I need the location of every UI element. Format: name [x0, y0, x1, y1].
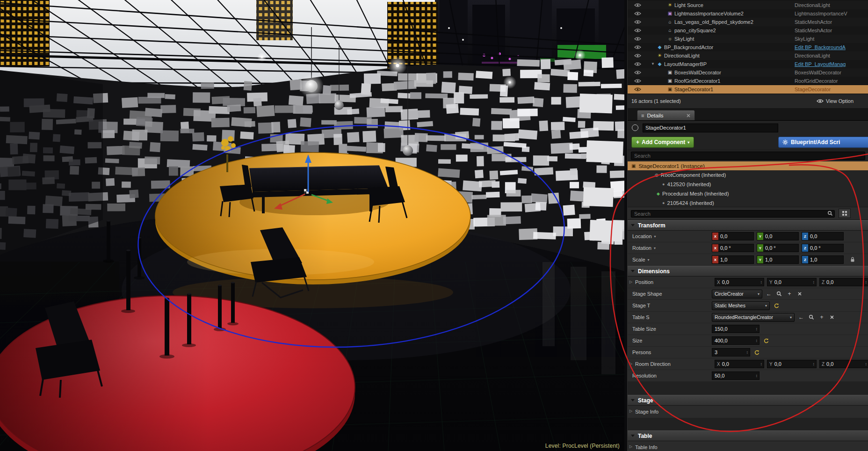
visibility-eye-icon[interactable] [634, 87, 641, 92]
actor-name-input[interactable] [643, 124, 778, 132]
visibility-eye-icon[interactable] [634, 70, 641, 75]
location-z-field[interactable]: Z0,0 [802, 232, 844, 240]
category-transform[interactable]: Transform [628, 220, 868, 231]
position-y-field[interactable]: Y0,0↕ [767, 278, 817, 286]
add-component-button[interactable]: + Add Component ▾ [631, 137, 694, 148]
add-icon[interactable]: + [786, 290, 793, 298]
position-z-field[interactable]: Z0,0↕ [819, 278, 868, 286]
visibility-eye-icon[interactable] [634, 28, 641, 33]
spinner-icon[interactable]: ↕ [756, 373, 758, 378]
expander-icon[interactable]: ▷ [629, 280, 632, 284]
outliner-row-bp-background[interactable]: ◆ BP_BackgroundActor Edit BP_BackgroundA [628, 43, 868, 51]
dropdown-caret-icon[interactable]: ▾ [654, 234, 656, 239]
expand-arrow-icon[interactable]: ▼ [651, 62, 655, 66]
size-field[interactable]: 400,0↕ [712, 336, 760, 345]
clear-button[interactable] [796, 290, 803, 298]
property-row-table-info[interactable]: ▷ Table Info [628, 441, 868, 451]
close-icon[interactable] [686, 113, 691, 118]
scale-x-field[interactable]: X1,0 [712, 255, 754, 264]
outliner-row-lightmass-volume[interactable]: ▣ LightmassImportanceVolume2 LightmassIm… [628, 9, 868, 18]
spinner-icon[interactable]: ↕ [756, 327, 758, 331]
visibility-eye-icon[interactable] [634, 45, 641, 50]
visibility-eye-icon[interactable] [634, 53, 641, 58]
room-direction-z-field[interactable]: Z0,0↕ [819, 360, 868, 368]
visibility-eye-icon[interactable] [634, 20, 641, 24]
reset-to-default-button[interactable] [762, 337, 770, 344]
dropdown-caret-icon[interactable]: ▾ [654, 246, 656, 250]
outliner-row-skylight[interactable]: ☼ SkyLight SkyLight [628, 35, 868, 43]
use-selected-icon[interactable]: ← [765, 290, 773, 298]
spinner-icon[interactable]: ↕ [813, 362, 815, 366]
browse-button[interactable] [775, 290, 783, 298]
rotation-y-field[interactable]: Y0,0 ° [757, 244, 799, 252]
persons-field[interactable]: 3↕ [712, 348, 750, 356]
location-x-field[interactable]: X0,0 [712, 232, 754, 240]
property-view-mode-button[interactable] [839, 209, 851, 218]
property-row-stage-t: Stage T Static Meshes▾ [628, 300, 868, 312]
spinner-icon[interactable]: ↕ [865, 362, 868, 366]
visibility-eye-icon[interactable] [634, 62, 641, 66]
location-y-field[interactable]: Y0,0 [757, 232, 799, 240]
outliner-row-boxes-wall[interactable]: ▣ BoxesWallDecorator BoxesWallDecorator [628, 68, 868, 77]
browse-button[interactable] [808, 313, 815, 321]
room-direction-y-field[interactable]: Y0,0↕ [767, 360, 817, 368]
category-dimensions[interactable]: Dimensions [628, 266, 868, 276]
category-stage[interactable]: Stage [628, 395, 868, 406]
viewport-3d[interactable]: Level: ProcLevel (Persistent) [0, 0, 624, 451]
blueprint-add-script-button[interactable]: Blueprint/Add Scri [778, 137, 868, 148]
stage-table[interactable] [239, 166, 389, 215]
outliner-row-skydome[interactable]: ⌂ Las_vegas_old_flipped_skydome2 StaticM… [628, 18, 868, 26]
rotation-z-field[interactable]: Z0,0 ° [802, 244, 844, 252]
component-search-input[interactable] [631, 152, 865, 160]
scale-z-field[interactable]: Z1,0 [802, 255, 844, 264]
spinner-icon[interactable]: ↕ [746, 350, 749, 355]
stage-t-dropdown[interactable]: Static Meshes▾ [712, 301, 770, 310]
spinner-icon[interactable]: ↕ [813, 280, 815, 284]
outliner-row-directional-light[interactable]: ☀ DirectionalLight DirectionalLight [628, 51, 868, 60]
visibility-eye-icon[interactable] [634, 11, 641, 16]
expander-icon[interactable]: ▷ [629, 409, 632, 413]
component-row-412520[interactable]: ● 412520 (Inherited) [628, 180, 868, 189]
edit-blueprint-link[interactable]: Edit BP_LayoutManag [795, 61, 868, 67]
visibility-eye-icon[interactable] [634, 36, 641, 41]
rotation-x-field[interactable]: X0,0 ° [712, 244, 754, 252]
tab-details[interactable]: ≡ Details [637, 110, 695, 120]
edit-blueprint-link[interactable]: Edit BP_BackgroundA [795, 44, 868, 50]
component-icon: ● [662, 201, 665, 205]
component-row-root[interactable]: ◎ RootComponent (Inherited) [628, 170, 868, 180]
room-direction-x-field[interactable]: X0,0↕ [715, 360, 764, 368]
spinner-icon[interactable]: ↕ [760, 280, 763, 284]
spinner-icon[interactable]: ↕ [756, 338, 758, 343]
spinner-icon[interactable]: ↕ [865, 280, 868, 284]
table-size-field[interactable]: 150,0↕ [712, 325, 760, 333]
position-x-field[interactable]: X0,0↕ [715, 278, 764, 286]
lock-icon[interactable] [850, 257, 855, 262]
outliner-row-light-source[interactable]: ☀ Light Source DirectionalLight [628, 1, 868, 9]
reset-to-default-button[interactable] [753, 349, 760, 356]
expander-icon[interactable]: ▷ [629, 362, 632, 366]
outliner-row-layout-manager[interactable]: ▼ ◆ LayoutManagerBP Edit BP_LayoutManag [628, 60, 868, 68]
use-selected-icon[interactable]: ← [797, 313, 805, 321]
reset-to-default-button[interactable] [773, 302, 780, 309]
instance-row[interactable]: ▣ StageDecorator1 (Instance) [628, 161, 868, 170]
property-search-input[interactable] [631, 210, 835, 218]
dropdown-caret-icon[interactable]: ▾ [648, 258, 650, 262]
spinner-icon[interactable]: ↕ [760, 362, 763, 366]
visibility-eye-icon[interactable] [634, 79, 641, 83]
scale-y-field[interactable]: Y1,0 [757, 255, 799, 264]
clear-button[interactable] [828, 313, 836, 321]
component-row-2105424[interactable]: ● 2105424 (Inherited) [628, 198, 868, 207]
expander-icon[interactable]: ▷ [629, 445, 632, 449]
property-row-stage-info[interactable]: ▷ Stage Info [628, 406, 868, 418]
visibility-eye-icon[interactable] [634, 3, 641, 7]
table-s-dropdown[interactable]: RoundedRectangleCreator▾ [712, 313, 795, 322]
outliner-row-stage-decorator[interactable]: ▣ StageDecorator1 StageDecorator [628, 85, 868, 94]
add-icon[interactable]: + [818, 313, 825, 321]
view-options-button[interactable]: View Option [817, 98, 854, 104]
component-row-procedural-mesh[interactable]: ◆ Procedural Mesh (Inherited) [628, 189, 868, 198]
outliner-row-roof-grid[interactable]: ▣ RoofGridDecorator1 RoofGridDecorator [628, 77, 868, 85]
resolution-field[interactable]: 50,0↕ [712, 371, 760, 380]
category-table[interactable]: Table [628, 430, 868, 441]
outliner-row-pano[interactable]: ⌂ pano_citySquare2 StaticMeshActor [628, 26, 868, 35]
stage-shape-dropdown[interactable]: CircleCreator▾ [712, 290, 762, 298]
